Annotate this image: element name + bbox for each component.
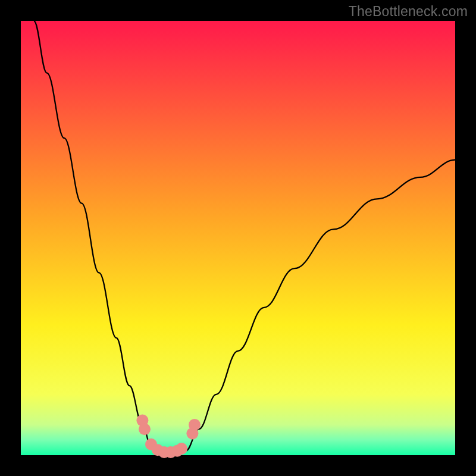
plot-background	[21, 21, 455, 455]
watermark-text: TheBottleneck.com	[349, 4, 468, 20]
highlight-dot	[189, 419, 201, 431]
highlight-dot	[139, 423, 151, 435]
highlight-dot	[176, 443, 187, 455]
outer-frame: TheBottleneck.com	[0, 0, 476, 476]
bottleneck-chart	[0, 0, 476, 476]
